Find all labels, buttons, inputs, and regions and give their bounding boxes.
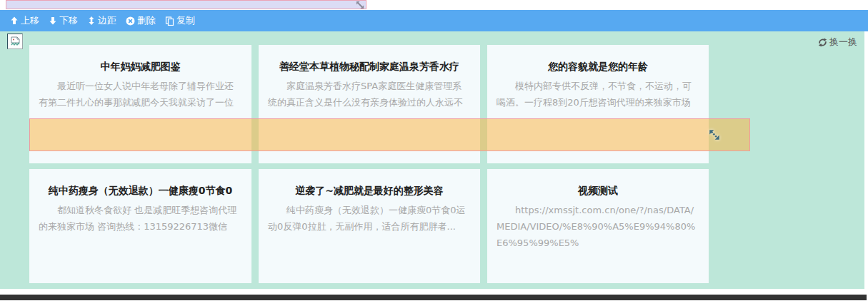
copy-label: 复制	[176, 10, 195, 31]
card-body: 模特内部专供不反弹，不节食，不运动，可喝酒。一疗程8到20斤想咨询代理的来独家市…	[497, 78, 699, 111]
card-title: 善经堂本草植物秘配制家庭温泉芳香水疗	[266, 59, 473, 73]
margin-label: 边距	[98, 10, 116, 31]
card-title: 视频测试	[494, 183, 702, 198]
refresh-label: 换一换	[829, 36, 857, 49]
block-toolbar: 上移 下移 边距 删除 复制	[0, 10, 868, 31]
selected-block-strip	[6, 0, 366, 9]
refresh-button[interactable]: 换一换	[818, 36, 857, 49]
card-body: 纯中药瘦身（无效退款）一健康瘦0节食0运动0反弹0拉肚，无副作用，适合所有肥胖者…	[268, 202, 471, 235]
copy-button[interactable]: 复制	[165, 10, 195, 31]
content-region: 换一换 中年妈妈减肥图鉴 最近听一位女人说中年老母除了辅导作业还有第二件扎心的事…	[0, 31, 864, 289]
card-body: 都知道秋冬食欲好 也是减肥旺季想咨询代理的来独家市场 咨询热线：13159226…	[39, 202, 242, 235]
broken-image-icon	[7, 34, 23, 49]
card-body: 最近听一位女人说中年老母除了辅导作业还有第二件扎心的事那就减肥今天我就采访了一位	[39, 78, 242, 111]
refresh-icon	[818, 38, 827, 47]
feed-card-grid: 中年妈妈减肥图鉴 最近听一位女人说中年老母除了辅导作业还有第二件扎心的事那就减肥…	[29, 45, 709, 283]
feed-card-6[interactable]: 视频测试 https://xmssjt.com.cn/one/?/nas/DAT…	[487, 169, 709, 283]
move-up-label: 上移	[21, 10, 39, 31]
card-title: 中年妈妈减肥图鉴	[36, 59, 244, 73]
arrow-up-down-icon	[87, 16, 96, 25]
card-title: 纯中药瘦身（无效退款）一健康瘦0节食0	[36, 183, 244, 198]
selection-band-overlay[interactable]	[29, 118, 750, 151]
card-title: 您的容貌就是您的年龄	[494, 59, 702, 73]
move-down-button[interactable]: 下移	[49, 10, 78, 31]
feed-card-5[interactable]: 逆袭了~减肥就是最好的整形美容 纯中药瘦身（无效退款）一健康瘦0节食0运动0反弹…	[259, 169, 480, 283]
move-down-label: 下移	[59, 10, 78, 31]
delete-label: 删除	[137, 10, 156, 31]
page-editor: 上移 下移 边距 删除 复制	[0, 0, 868, 301]
card-title: 逆袭了~减肥就是最好的整形美容	[266, 183, 473, 198]
card-body: https://xmssjt.com.cn/one/?/nas/DATA/MED…	[497, 202, 699, 251]
resize-diagonal-icon[interactable]	[709, 129, 720, 141]
margin-button[interactable]: 边距	[87, 10, 116, 31]
resize-diagonal-icon[interactable]	[356, 1, 364, 9]
feed-card-4[interactable]: 纯中药瘦身（无效退款）一健康瘦0节食0 都知道秋冬食欲好 也是减肥旺季想咨询代理…	[29, 169, 251, 283]
copy-icon	[165, 16, 174, 26]
arrow-up-icon	[10, 16, 19, 25]
delete-button[interactable]: 删除	[126, 10, 156, 31]
card-body: 家庭温泉芳香水疗SPA家庭医生健康管理系统的真正含义是什么没有亲身体验过的人永远…	[268, 78, 471, 111]
arrow-down-icon	[49, 16, 57, 25]
bottom-divider-bar	[0, 295, 867, 300]
delete-circle-icon	[126, 16, 135, 26]
move-up-button[interactable]: 上移	[10, 10, 39, 31]
